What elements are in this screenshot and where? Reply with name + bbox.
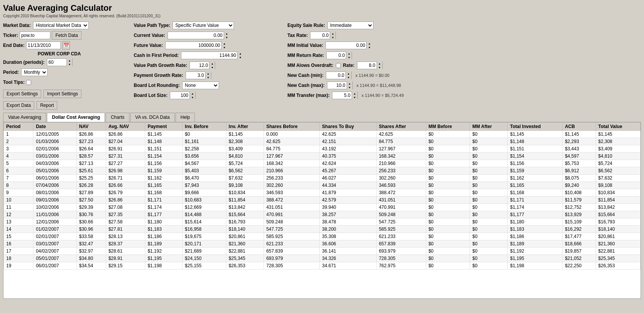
equity-sale-rule-select[interactable]: Immediate Deferred None — [327, 22, 373, 29]
duration-up[interactable]: ▲ — [67, 58, 72, 62]
rate-input[interactable] — [357, 62, 377, 69]
fetch-data-button[interactable]: Fetch Data — [52, 31, 81, 40]
mm-return-rate-row: MM Return Rate: ▲ ▼ — [287, 51, 433, 60]
new-cash-min-up[interactable]: ▲ — [346, 72, 351, 75]
table-row: 1906/01/2007$34.54$29.15$1,198$25,155$26… — [4, 262, 641, 270]
export-settings-button[interactable]: Export Settings — [3, 90, 41, 98]
mm-initial-value-input[interactable] — [326, 42, 366, 49]
table-cell: $1,195 — [145, 255, 183, 262]
table-cell: 6 — [4, 167, 33, 175]
future-value-input[interactable] — [166, 42, 221, 49]
table-cell: 346.593 — [376, 182, 426, 189]
table-cell: $21,360 — [226, 240, 264, 248]
payment-growth-down[interactable]: ▼ — [206, 75, 211, 79]
mm-initial-value-down[interactable]: ▼ — [367, 45, 372, 49]
tax-rate-up[interactable]: ▲ — [330, 32, 335, 35]
col-shares-before: Shares Before — [264, 123, 319, 131]
rate-label: Rate: — [343, 63, 355, 68]
mm-transfer-max-down[interactable]: ▼ — [352, 95, 357, 99]
table-cell: $18,140 — [226, 226, 264, 233]
table-cell: $10,834 — [596, 189, 640, 196]
payment-growth-spinner[interactable]: ▲ ▼ — [186, 72, 211, 79]
table-cell: $2,308 — [226, 138, 264, 145]
data-table-container[interactable]: Period Date NAV Avg. NAV Payment Inv. Be… — [3, 122, 641, 299]
board-lot-size-spinner[interactable]: ▲ ▼ — [170, 92, 196, 99]
payment-growth-up[interactable]: ▲ — [206, 72, 211, 75]
new-cash-min-spinner[interactable]: ▲ ▼ — [326, 72, 352, 79]
new-cash-max-row: New Cash (max): ▲ ▼ x 1144.90 = $11,448.… — [287, 81, 433, 90]
cash-first-period-down[interactable]: ▼ — [237, 55, 243, 59]
board-lot-size-input[interactable] — [170, 92, 189, 99]
new-cash-min-down[interactable]: ▼ — [346, 75, 351, 79]
cash-first-period-input[interactable] — [181, 52, 237, 59]
current-value-input[interactable] — [168, 32, 224, 39]
value-path-growth-spinner[interactable]: ▲ ▼ — [189, 62, 215, 69]
tab-help[interactable]: Help — [176, 113, 195, 122]
future-value-spinner[interactable]: ▲ ▼ — [165, 42, 227, 49]
mm-transfer-max-spinner[interactable]: ▲ ▼ — [332, 92, 358, 99]
duration-down[interactable]: ▼ — [67, 62, 72, 66]
mm-return-rate-down[interactable]: ▼ — [346, 55, 352, 59]
new-cash-max-down[interactable]: ▼ — [347, 85, 352, 89]
board-lot-rounding-select[interactable]: None Round Up Round Down — [182, 82, 219, 89]
table-cell: 585.925 — [376, 226, 426, 233]
mm-return-rate-up[interactable]: ▲ — [346, 52, 352, 55]
mm-allows-overdraft-checkbox[interactable] — [336, 63, 341, 68]
value-path-select[interactable]: Specific Future Value Growth Rate — [173, 22, 234, 29]
mm-return-rate-input[interactable] — [327, 52, 346, 59]
board-lot-size-down[interactable]: ▼ — [190, 95, 195, 99]
import-settings-button[interactable]: Import Settings — [43, 90, 81, 98]
table-cell: $1,156 — [508, 160, 563, 167]
ticker-input[interactable] — [20, 32, 50, 39]
market-data-select[interactable]: Historical Market Data Manual Entry — [33, 22, 89, 29]
table-cell: 01/02/2007 — [33, 226, 76, 233]
value-path-growth-down[interactable]: ▼ — [209, 65, 215, 69]
tax-rate-input[interactable] — [310, 32, 330, 39]
calendar-button[interactable]: 📅 — [62, 41, 70, 50]
new-cash-max-spinner[interactable]: ▲ ▼ — [327, 82, 353, 89]
table-cell: $12,669 — [183, 204, 226, 211]
current-value-spinner[interactable]: ▲ ▼ — [168, 32, 229, 39]
future-value-up[interactable]: ▲ — [222, 42, 227, 45]
cash-first-period-up[interactable]: ▲ — [237, 52, 243, 55]
report-button[interactable]: Report — [37, 101, 57, 110]
new-cash-max-input[interactable] — [327, 82, 347, 89]
value-path-growth-input[interactable] — [190, 62, 209, 69]
duration-value[interactable] — [47, 59, 66, 66]
table-cell: $17,477 — [563, 233, 596, 240]
current-value-up[interactable]: ▲ — [224, 32, 229, 35]
tab-dollar-cost-averaging[interactable]: Dollar Cost Averaging — [47, 113, 105, 122]
tab-charts[interactable]: Charts — [106, 113, 129, 122]
tab-value-averaging[interactable]: Value Averaging — [3, 113, 46, 122]
table-cell: 11 — [4, 204, 33, 211]
new-cash-max-up[interactable]: ▲ — [347, 82, 352, 85]
value-path-growth-up[interactable]: ▲ — [209, 62, 215, 65]
rate-up[interactable]: ▲ — [377, 62, 382, 65]
duration-spinner[interactable]: ▲ ▼ — [47, 58, 73, 66]
tax-rate-down[interactable]: ▼ — [330, 35, 335, 39]
mm-transfer-max-up[interactable]: ▲ — [352, 92, 357, 95]
period-select[interactable]: Monthly Weekly Daily — [21, 68, 48, 76]
cash-first-period-spinner[interactable]: ▲ ▼ — [181, 52, 242, 59]
table-cell: $0 — [470, 204, 508, 211]
table-cell: 585.925 — [264, 233, 319, 240]
tool-tips-checkbox[interactable] — [26, 80, 31, 85]
rate-spinner[interactable]: ▲ ▼ — [357, 62, 383, 69]
future-value-down[interactable]: ▼ — [222, 45, 227, 49]
new-cash-min-label: New Cash (min): — [287, 73, 324, 78]
mm-transfer-max-input[interactable] — [332, 92, 352, 99]
mm-initial-value-spinner[interactable]: ▲ ▼ — [325, 42, 372, 49]
rate-down[interactable]: ▼ — [377, 65, 382, 69]
table-cell: $0 — [426, 262, 470, 270]
current-value-down[interactable]: ▼ — [224, 35, 229, 39]
new-cash-min-input[interactable] — [326, 72, 345, 79]
payment-growth-input[interactable] — [186, 72, 205, 79]
tax-rate-spinner[interactable]: ▲ ▼ — [310, 32, 336, 39]
tab-va-vs-dca[interactable]: VA vs. DCA Data — [130, 113, 175, 122]
board-lot-size-up[interactable]: ▲ — [190, 92, 195, 95]
end-date-input[interactable] — [26, 42, 61, 49]
mm-return-rate-spinner[interactable]: ▲ ▼ — [326, 52, 352, 59]
table-cell: 431.051 — [376, 196, 426, 204]
mm-initial-value-up[interactable]: ▲ — [367, 42, 372, 45]
export-data-button[interactable]: Export Data — [3, 101, 34, 110]
